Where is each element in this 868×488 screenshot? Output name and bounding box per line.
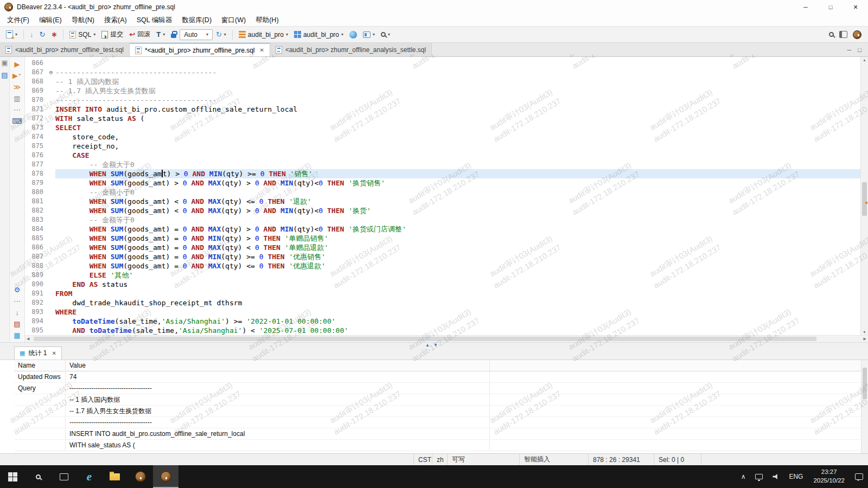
code-line[interactable]: 887 WHEN SUM(goods_amt) = 0 AND MIN(qty)…	[25, 252, 860, 261]
scrollbar-thumb[interactable]	[862, 182, 867, 216]
console-icon[interactable]: ⌨	[12, 118, 22, 125]
menu-item[interactable]: SQL 编辑器	[132, 15, 177, 26]
menu-item[interactable]: 帮助(H)	[251, 15, 283, 26]
code-line[interactable]: 885 WHEN SUM(goods_amt) = 0 AND MIN(qty)…	[25, 234, 860, 243]
dbeaver-taskbar-button[interactable]	[127, 465, 153, 488]
maximize-view-icon[interactable]: □	[858, 47, 861, 53]
code-line[interactable]: 866	[25, 59, 860, 68]
task-view-button[interactable]	[51, 465, 76, 488]
code-line[interactable]: 889 ELSE '其他'	[25, 271, 860, 280]
scroll-up-icon[interactable]: ▲	[861, 58, 868, 62]
vertical-scrollbar[interactable]: ▲ ▼	[860, 57, 868, 335]
script-document-icon[interactable]: ▤	[14, 320, 20, 328]
code-line[interactable]: 870-------------------------------------…	[25, 95, 860, 105]
code-line[interactable]: 886 WHEN SUM(goods_amt) = 0 AND MAX(qty)…	[25, 243, 860, 252]
dbeaver-taskbar-button-active[interactable]	[153, 465, 178, 488]
result-row[interactable]: -- 1 插入国内数据	[14, 394, 868, 406]
scroll-down-icon[interactable]: ▼	[861, 330, 868, 334]
toolbar-search-button[interactable]: ▾	[378, 30, 393, 38]
more-actions-icon[interactable]: ⋯	[14, 106, 21, 113]
code-line[interactable]: 876 CASE	[25, 151, 860, 160]
tray-volume-button[interactable]	[768, 474, 784, 479]
code-line[interactable]: 872WITH sale_status AS (	[25, 114, 860, 123]
notification-center-button[interactable]	[850, 473, 868, 480]
lock-button[interactable]	[168, 29, 179, 40]
close-button[interactable]: ✕	[843, 0, 868, 14]
code-line[interactable]: 895 AND toDateTime(sale_time,'Asia/Shang…	[25, 326, 860, 335]
code-line[interactable]: 888 WHEN SUM(goods_amt) = 0 AND MAX(qty)…	[25, 261, 860, 271]
result-row[interactable]: Updated Rows74	[14, 371, 868, 383]
code-line[interactable]: 881 WHEN SUM(goods_amt) < 0 AND MAX(qty)…	[25, 197, 860, 206]
code-line[interactable]: 869-- 1.7 插入男生女生换货数据	[25, 86, 860, 95]
scroll-right-icon[interactable]: ▶	[862, 336, 868, 342]
code-line[interactable]: 892 dwd_trade_hkaudit_shop_receipt_mt dt…	[25, 298, 860, 307]
dashboard-button[interactable]: ▾	[360, 30, 378, 40]
scroll-left-icon[interactable]: ◀	[25, 336, 31, 342]
editor-results-sash[interactable]: ▲ ▼	[0, 342, 868, 347]
result-row[interactable]: INSERT INTO audit_bi_pro.custom_offline_…	[14, 428, 868, 440]
scrollbar-thumb[interactable]	[34, 337, 816, 341]
refresh-button[interactable]: ↻	[37, 29, 48, 40]
horizontal-scrollbar[interactable]: ◀ ▶	[25, 335, 868, 342]
code-line[interactable]: 874 store_code,	[25, 132, 860, 142]
transaction-log-button[interactable]: ↻ ▾	[213, 29, 229, 40]
more-actions-icon[interactable]: ⋯	[14, 298, 21, 305]
open-perspective-icon[interactable]	[839, 31, 847, 38]
database-navigator-icon[interactable]: ▤	[1, 72, 8, 79]
execute-statement-icon[interactable]: ▶	[15, 61, 20, 68]
code-line[interactable]: 877 -- 金额大于0	[25, 160, 860, 169]
tray-device-button[interactable]	[750, 474, 768, 479]
explain-plan-icon[interactable]: ▥	[14, 95, 20, 102]
taskbar-search-button[interactable]	[25, 465, 51, 488]
code-line[interactable]: 871INSERT INTO audit_bi_pro.custom_offli…	[25, 105, 860, 114]
fetch-data-button[interactable]: ↓	[27, 29, 36, 40]
code-line[interactable]: 884 WHEN SUM(goods_amt) = 0 AND MAX(qty)…	[25, 224, 860, 234]
scrollbar-thumb[interactable]	[863, 368, 867, 399]
result-row[interactable]: -- 1.7 插入男生女生换货数据	[14, 406, 868, 417]
result-row[interactable]: Query-----------------------------------…	[14, 383, 868, 394]
restore-panel-icon[interactable]: ▣	[1, 59, 8, 66]
results-scrollbar[interactable]	[861, 360, 868, 453]
code-line[interactable]: 893WHERE	[25, 307, 860, 317]
editor-tab[interactable]: <audit_bi_pro> zhumr_offline_test.sql	[0, 43, 130, 56]
network-profile-button[interactable]	[347, 29, 360, 40]
code-lines[interactable]: 866867⊖---------------------------------…	[25, 57, 860, 335]
menu-item[interactable]: 编辑(E)	[34, 15, 67, 26]
menu-item[interactable]: 数据库(D)	[177, 15, 216, 26]
statistics-tab[interactable]: ▦ 统计 1 ✕	[14, 346, 62, 359]
revert-button[interactable]: ∗	[48, 29, 60, 40]
start-button[interactable]	[0, 465, 25, 488]
tray-language-button[interactable]: ENG	[784, 473, 808, 480]
menu-item[interactable]: 文件(F)	[2, 15, 34, 26]
code-line[interactable]: 875 receipt_no,	[25, 142, 860, 151]
export-icon[interactable]: ↓	[15, 309, 19, 316]
minimize-button[interactable]: ─	[793, 0, 818, 14]
tray-expand-button[interactable]: ∧	[736, 473, 751, 480]
code-line[interactable]: 882 WHEN SUM(goods_amt) < 0 AND MAX(qty)…	[25, 206, 860, 215]
fold-icon[interactable]: ⊖	[47, 68, 55, 77]
internet-explorer-button[interactable]: e	[76, 465, 102, 488]
column-header-name[interactable]: Name	[14, 360, 66, 371]
code-line[interactable]: 879 WHEN SUM(goods_amt) > 0 AND MAX(qty)…	[25, 178, 860, 188]
connection-selector[interactable]: audit_bi_pro ▾	[236, 29, 291, 40]
taskbar-clock[interactable]: 23:27 2025/10/22	[808, 468, 850, 485]
code-line[interactable]: 873SELECT	[25, 123, 860, 132]
close-icon[interactable]: ✕	[52, 350, 56, 356]
code-line[interactable]: 867⊖------------------------------------…	[25, 68, 860, 77]
menu-item[interactable]: 窗口(W)	[216, 15, 251, 26]
quick-search-icon[interactable]	[829, 32, 834, 37]
close-icon[interactable]: ✕	[260, 47, 264, 53]
menu-item[interactable]: 搜索(A)	[99, 15, 132, 26]
transaction-mode-button[interactable]: T ▾	[154, 29, 168, 40]
column-header-value[interactable]: Value	[66, 360, 490, 371]
execute-new-tab-icon[interactable]: ▶⁺	[12, 72, 22, 79]
editor-tab[interactable]: <audit_bi_pro> zhumr_offline_analysis_se…	[270, 43, 432, 56]
code-line[interactable]: 894 toDateTime(sale_time,'Asia/Shanghai'…	[25, 317, 860, 326]
result-row[interactable]: WITH sale_status AS (	[14, 440, 868, 451]
report-document-icon[interactable]: ▦	[14, 332, 20, 339]
code-line[interactable]: 891FROM	[25, 289, 860, 298]
minimize-view-icon[interactable]: ─	[847, 47, 852, 53]
code-line[interactable]: 880 -- 金额小于0	[25, 188, 860, 197]
menu-item[interactable]: 导航(N)	[67, 15, 99, 26]
sql-menu-button[interactable]: SQL ▾	[67, 29, 98, 40]
